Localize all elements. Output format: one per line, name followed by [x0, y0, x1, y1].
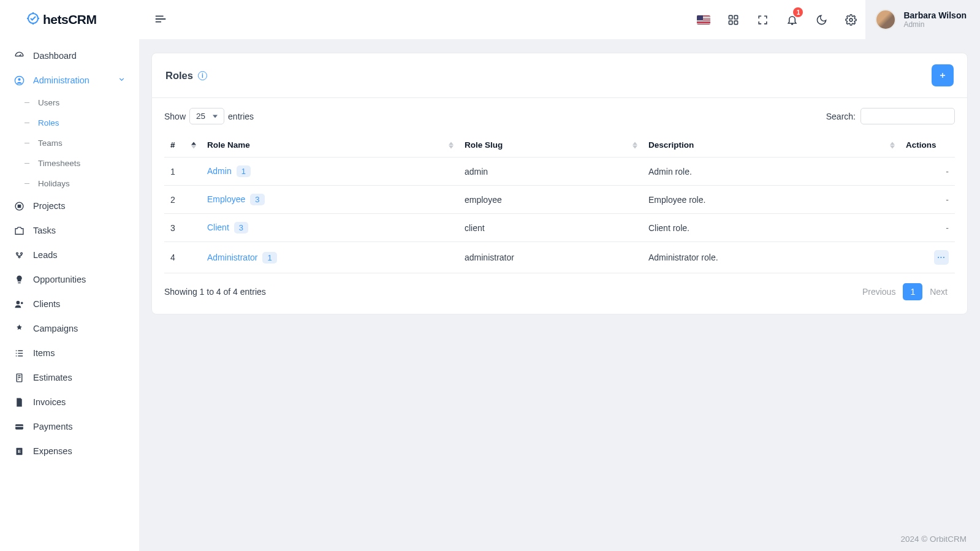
- row-actions-menu[interactable]: ···: [934, 250, 949, 265]
- brand-logo[interactable]: hetsCRM: [0, 0, 139, 39]
- svg-point-2: [18, 78, 20, 80]
- col-role-name[interactable]: Role Name: [201, 133, 458, 158]
- dark-mode-button[interactable]: [807, 0, 836, 39]
- length-select[interactable]: 25: [189, 108, 224, 124]
- svg-rect-14: [729, 15, 732, 19]
- sidebar-subitem-label: Holidays: [38, 179, 70, 188]
- expenses-icon: E: [13, 446, 25, 457]
- cell-actions: -: [900, 158, 955, 186]
- cell-role-name: Client3: [201, 214, 458, 242]
- notifications-button[interactable]: 1: [777, 0, 807, 39]
- table-row: 1Admin1adminAdmin role.-: [164, 158, 955, 186]
- role-link[interactable]: Client: [207, 222, 229, 232]
- flag-us-icon: [697, 15, 710, 25]
- sidebar-item-label: Projects: [33, 201, 65, 211]
- cell-description: Admin role.: [642, 158, 900, 186]
- sidebar-subitem-label: Teams: [38, 139, 63, 148]
- user-menu[interactable]: Barbara Wilson Admin: [865, 0, 980, 39]
- sidebar-item-estimates[interactable]: Estimates: [6, 365, 133, 390]
- col-description[interactable]: Description: [642, 133, 900, 158]
- sidebar-subitem-roles[interactable]: Roles: [13, 113, 133, 133]
- sidebar-item-invoices[interactable]: Invoices: [6, 390, 133, 414]
- count-badge: 3: [250, 194, 264, 205]
- show-label: Show: [164, 112, 186, 121]
- table-row: 2Employee3employeeEmployee role.-: [164, 186, 955, 214]
- clients-icon: [13, 298, 25, 310]
- cell-role-slug: administrator: [458, 242, 642, 273]
- svg-point-8: [20, 302, 23, 304]
- moon-icon: [816, 14, 827, 26]
- cell-number: 4: [164, 242, 201, 273]
- roles-table: # Role Name Role Slug Description Action…: [164, 133, 955, 273]
- cell-actions: ···: [900, 242, 955, 273]
- search-input[interactable]: [860, 108, 955, 124]
- sidebar-item-payments[interactable]: Payments: [6, 414, 133, 439]
- sidebar-item-label: Dashboard: [33, 51, 77, 61]
- menu-toggle-icon[interactable]: [154, 12, 167, 28]
- brand-text: hetsCRM: [43, 12, 97, 27]
- role-link[interactable]: Employee: [207, 194, 245, 204]
- sidebar-item-administration[interactable]: Administration: [6, 68, 133, 93]
- col-number[interactable]: #: [164, 133, 201, 158]
- sidebar-item-label: Payments: [33, 422, 72, 431]
- sidebar-subitem-timesheets[interactable]: Timesheets: [13, 153, 133, 173]
- cell-description: Employee role.: [642, 186, 900, 214]
- role-link[interactable]: Admin: [207, 166, 232, 176]
- cell-actions: -: [900, 186, 955, 214]
- apps-grid-button[interactable]: [718, 0, 748, 39]
- svg-rect-15: [734, 15, 738, 19]
- sidebar-item-label: Clients: [33, 299, 60, 309]
- sidebar-item-tasks[interactable]: Tasks: [6, 218, 133, 243]
- table-row: 3Client3clientClient role.-: [164, 214, 955, 242]
- sidebar-item-expenses[interactable]: E Expenses: [6, 439, 133, 463]
- pager-current[interactable]: 1: [903, 283, 922, 300]
- cell-number: 1: [164, 158, 201, 186]
- col-role-slug[interactable]: Role Slug: [458, 133, 642, 158]
- cell-role-slug: client: [458, 214, 642, 242]
- sidebar-subitem-users[interactable]: Users: [13, 93, 133, 113]
- sidebar-item-campaigns[interactable]: Campaigns: [6, 316, 133, 341]
- leads-icon: [13, 249, 25, 260]
- grid-icon: [727, 14, 739, 26]
- role-link[interactable]: Administrator: [207, 253, 257, 262]
- svg-point-7: [16, 300, 20, 304]
- dash-icon: [25, 123, 29, 123]
- invoices-icon: [13, 397, 25, 408]
- sidebar-subitem-teams[interactable]: Teams: [13, 133, 133, 153]
- cell-role-name: Admin1: [201, 158, 458, 186]
- cell-actions: -: [900, 214, 955, 242]
- sidebar-item-dashboard[interactable]: Dashboard: [6, 44, 133, 68]
- sidebar-item-opportunities[interactable]: Opportunities: [6, 267, 133, 292]
- sidebar-subitem-holidays[interactable]: Holidays: [13, 173, 133, 194]
- brand-icon: [26, 11, 40, 28]
- add-role-button[interactable]: [932, 64, 954, 86]
- datatable-info: Showing 1 to 4 of 4 entries: [164, 287, 266, 297]
- info-icon[interactable]: i: [198, 71, 207, 80]
- sidebar-item-items[interactable]: Items: [6, 341, 133, 365]
- avatar: [875, 9, 896, 30]
- sidebar-subitem-label: Timesheets: [38, 159, 80, 168]
- svg-rect-16: [729, 21, 732, 25]
- sidebar-item-projects[interactable]: Projects: [6, 194, 133, 218]
- sidebar-item-leads[interactable]: Leads: [6, 243, 133, 267]
- sidebar-item-label: Tasks: [33, 226, 56, 235]
- user-role: Admin: [903, 20, 967, 29]
- sidebar-item-label: Expenses: [33, 446, 72, 456]
- sidebar-item-label: Campaigns: [33, 324, 78, 333]
- sidebar-item-label: Invoices: [33, 397, 66, 407]
- settings-button[interactable]: [836, 0, 865, 39]
- pager-prev[interactable]: Previous: [855, 283, 903, 300]
- campaigns-icon: [13, 323, 25, 334]
- svg-rect-17: [734, 21, 738, 25]
- sidebar-item-clients[interactable]: Clients: [6, 292, 133, 316]
- tasks-icon: [13, 225, 25, 236]
- pager-next[interactable]: Next: [922, 283, 955, 300]
- language-flag-button[interactable]: [689, 0, 718, 39]
- payments-icon: [13, 421, 25, 432]
- fullscreen-button[interactable]: [748, 0, 777, 39]
- entries-label: entries: [228, 112, 254, 121]
- cell-description: Administrator role.: [642, 242, 900, 273]
- row-actions-none: -: [946, 195, 949, 205]
- svg-point-5: [20, 253, 22, 254]
- dash-icon: [25, 183, 29, 184]
